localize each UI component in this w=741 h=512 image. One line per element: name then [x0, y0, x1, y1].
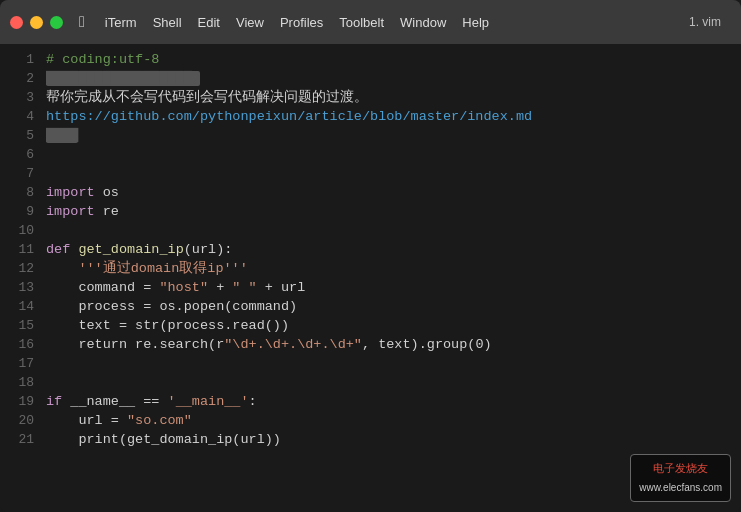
- line-content: def get_domain_ip(url):: [46, 240, 232, 259]
- code-line: 9import re: [0, 202, 741, 221]
- close-button[interactable]: [10, 16, 23, 29]
- line-content: ████: [46, 126, 78, 145]
- line-content: '''通过domain取得ip''': [46, 259, 248, 278]
- code-line: 2██████████████████,: [0, 69, 741, 88]
- watermark-bottom-text: www.elecfans.com: [639, 478, 722, 497]
- line-content: process = os.popen(command): [46, 297, 297, 316]
- code-line: 18: [0, 373, 741, 392]
- menubar:  iTerm Shell Edit View Profiles Toolbel…: [79, 13, 489, 31]
- line-content: print(get_domain_ip(url)): [46, 430, 281, 449]
- line-content: return re.search(r"\d+.\d+.\d+.\d+", tex…: [46, 335, 492, 354]
- minimize-button[interactable]: [30, 16, 43, 29]
- line-content: ██████████████████,: [46, 69, 200, 88]
- line-number: 12: [8, 259, 34, 278]
- line-number: 3: [8, 88, 34, 107]
- line-number: 8: [8, 183, 34, 202]
- code-line: 16 return re.search(r"\d+.\d+.\d+.\d+", …: [0, 335, 741, 354]
- code-line: 10: [0, 221, 741, 240]
- line-number: 20: [8, 411, 34, 430]
- code-line: 8import os: [0, 183, 741, 202]
- code-editor: 1# coding:utf-82██████████████████,3帮你完成…: [0, 44, 741, 512]
- line-number: 7: [8, 164, 34, 183]
- code-line: 6: [0, 145, 741, 164]
- code-line: 1# coding:utf-8: [0, 50, 741, 69]
- line-content: url = "so.com": [46, 411, 192, 430]
- code-line: 15 text = str(process.read()): [0, 316, 741, 335]
- code-line: 11def get_domain_ip(url):: [0, 240, 741, 259]
- menu-edit[interactable]: Edit: [198, 15, 220, 30]
- line-content: 帮你完成从不会写代码到会写代码解决问题的过渡。: [46, 88, 368, 107]
- code-line: 13 command = "host" + " " + url: [0, 278, 741, 297]
- line-content: if __name__ == '__main__':: [46, 392, 257, 411]
- line-number: 11: [8, 240, 34, 259]
- code-line: 17: [0, 354, 741, 373]
- line-number: 17: [8, 354, 34, 373]
- menu-iterm[interactable]: iTerm: [105, 15, 137, 30]
- line-content: import os: [46, 183, 119, 202]
- line-number: 6: [8, 145, 34, 164]
- terminal-window:  iTerm Shell Edit View Profiles Toolbel…: [0, 0, 741, 512]
- line-number: 10: [8, 221, 34, 240]
- line-number: 13: [8, 278, 34, 297]
- code-line: 14 process = os.popen(command): [0, 297, 741, 316]
- line-content: https://github.com/pythonpeixun/article/…: [46, 107, 532, 126]
- menu-help[interactable]: Help: [462, 15, 489, 30]
- line-number: 1: [8, 50, 34, 69]
- line-number: 4: [8, 107, 34, 126]
- maximize-button[interactable]: [50, 16, 63, 29]
- traffic-lights: [10, 16, 63, 29]
- code-line: 20 url = "so.com": [0, 411, 741, 430]
- line-number: 21: [8, 430, 34, 449]
- code-line: 7: [0, 164, 741, 183]
- line-content: command = "host" + " " + url: [46, 278, 305, 297]
- line-number: 14: [8, 297, 34, 316]
- apple-icon: : [79, 13, 85, 31]
- code-line: 5████: [0, 126, 741, 145]
- menu-view[interactable]: View: [236, 15, 264, 30]
- code-line: 21 print(get_domain_ip(url)): [0, 430, 741, 449]
- line-number: 15: [8, 316, 34, 335]
- line-content: # coding:utf-8: [46, 50, 159, 69]
- menu-shell[interactable]: Shell: [153, 15, 182, 30]
- code-line: 12 '''通过domain取得ip''': [0, 259, 741, 278]
- code-line: 4https://github.com/pythonpeixun/article…: [0, 107, 741, 126]
- line-number: 19: [8, 392, 34, 411]
- watermark-top-text: 电子发烧友: [639, 459, 722, 478]
- tab-vim[interactable]: 1. vim: [689, 15, 721, 29]
- line-number: 9: [8, 202, 34, 221]
- menu-profiles[interactable]: Profiles: [280, 15, 323, 30]
- watermark: 电子发烧友 www.elecfans.com: [630, 454, 731, 502]
- titlebar:  iTerm Shell Edit View Profiles Toolbel…: [0, 0, 741, 44]
- code-line: 19if __name__ == '__main__':: [0, 392, 741, 411]
- line-number: 2: [8, 69, 34, 88]
- line-number: 5: [8, 126, 34, 145]
- line-number: 16: [8, 335, 34, 354]
- line-number: 18: [8, 373, 34, 392]
- line-content: text = str(process.read()): [46, 316, 289, 335]
- menu-window[interactable]: Window: [400, 15, 446, 30]
- code-line: 3帮你完成从不会写代码到会写代码解决问题的过渡。: [0, 88, 741, 107]
- menu-toolbelt[interactable]: Toolbelt: [339, 15, 384, 30]
- line-content: import re: [46, 202, 119, 221]
